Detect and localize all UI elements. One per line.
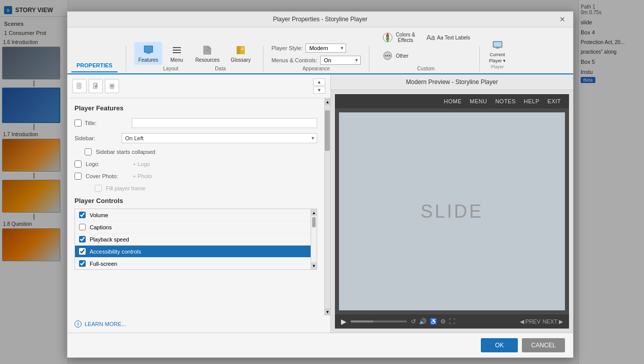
tab-properties[interactable]: PROPERTIES bbox=[71, 60, 118, 72]
nav-exit[interactable]: EXIT bbox=[548, 98, 561, 104]
colors-effects-icon bbox=[382, 31, 394, 44]
player-bottom-bar: ▶ ↺ 🔊 ♿ ⚙ bbox=[335, 314, 569, 329]
dialog-title-bar: Player Properties - Storyline Player ✕ bbox=[67, 12, 573, 27]
playback-speed-checkbox[interactable] bbox=[79, 236, 86, 242]
replay-icon[interactable]: ↺ bbox=[411, 318, 416, 325]
control-item-playback-speed[interactable]: Playback speed bbox=[75, 233, 311, 246]
menu-icon bbox=[171, 44, 183, 56]
logo-checkbox[interactable] bbox=[74, 160, 82, 168]
scroll-down-button[interactable]: ▼ bbox=[325, 308, 330, 315]
delete-item-button[interactable] bbox=[105, 79, 119, 93]
edit-item-button[interactable] bbox=[89, 79, 103, 93]
layout-section-label: Layout Data bbox=[134, 66, 255, 71]
accessibility-icon[interactable]: ♿ bbox=[430, 318, 437, 325]
features-panel: Player Features Title: Consumer Protecti… bbox=[67, 98, 324, 315]
nav-menu[interactable]: MENU bbox=[470, 98, 487, 104]
player-properties-dialog: Player Properties - Storyline Player ✕ P… bbox=[67, 11, 574, 358]
scroll-up-button[interactable]: ▲ bbox=[325, 98, 330, 105]
menu-button[interactable]: Menu bbox=[165, 42, 188, 65]
ok-button[interactable]: OK bbox=[481, 338, 518, 352]
player-style-select[interactable]: Modern Classic bbox=[306, 44, 346, 53]
captions-checkbox[interactable] bbox=[79, 224, 86, 230]
other-icon bbox=[382, 50, 394, 62]
prev-button[interactable]: ◀ PREV bbox=[520, 318, 541, 325]
fullscreen-icon[interactable]: ⛶ bbox=[449, 318, 455, 325]
svg-rect-17 bbox=[496, 48, 499, 49]
add-item-button[interactable] bbox=[72, 79, 87, 93]
controls-list: Volume Captions Playback bbox=[75, 209, 311, 269]
nav-help[interactable]: HELP bbox=[524, 98, 540, 104]
control-item-volume[interactable]: Volume bbox=[75, 209, 311, 221]
controls-scroll-up-button[interactable]: ▲ bbox=[311, 209, 317, 216]
logo-row: Logo: + Logo bbox=[74, 160, 317, 168]
edit-icon bbox=[92, 83, 99, 90]
menus-controls-select[interactable]: On Off bbox=[320, 56, 361, 65]
logo-add-label[interactable]: + Logo bbox=[133, 161, 150, 167]
player-section-label: Player bbox=[491, 64, 504, 69]
dialog-close-button[interactable]: ✕ bbox=[558, 15, 567, 24]
up-down-buttons: ▲ ▼ bbox=[313, 78, 325, 94]
move-up-button[interactable]: ▲ bbox=[313, 78, 325, 86]
text-labels-icon: Aa bbox=[426, 33, 435, 42]
glossary-button[interactable]: Glossary bbox=[226, 42, 254, 65]
control-item-fullscreen[interactable]: Full-screen bbox=[75, 258, 311, 269]
title-checkbox[interactable] bbox=[74, 119, 82, 127]
resources-button[interactable]: Resources bbox=[191, 42, 223, 65]
progress-bar[interactable] bbox=[351, 320, 407, 322]
dialog-body: ▲ ▼ Player Features Title: Cons bbox=[67, 74, 573, 333]
fullscreen-label: Full-screen bbox=[90, 261, 117, 267]
cover-photo-add-label[interactable]: + Photo bbox=[133, 173, 152, 179]
other-button[interactable]: Other bbox=[377, 48, 412, 64]
features-icon bbox=[142, 44, 155, 56]
playback-speed-label: Playback speed bbox=[90, 236, 129, 242]
scroll-handle bbox=[325, 110, 330, 151]
menus-controls-row: Menus & Controls: On Off ▼ bbox=[272, 56, 361, 65]
sidebar-collapsed-checkbox[interactable] bbox=[85, 148, 92, 155]
cancel-button[interactable]: CANCEL bbox=[522, 338, 565, 352]
nav-buttons: ◀ PREV NEXT ▶ bbox=[520, 318, 563, 325]
accessibility-checkbox[interactable] bbox=[79, 248, 86, 255]
controls-scroll-down-button[interactable]: ▼ bbox=[311, 262, 317, 269]
dialog-footer: OK CANCEL bbox=[67, 333, 573, 357]
sidebar-select[interactable]: On Left On Right Off bbox=[122, 133, 317, 143]
glossary-icon bbox=[235, 44, 247, 56]
toolbar-layout-row: Features Menu bbox=[134, 42, 255, 65]
sidebar-select-wrapper: On Left On Right Off ▼ bbox=[122, 133, 317, 143]
fill-player-checkbox[interactable] bbox=[95, 185, 102, 192]
toolbar-right-buttons: Colors & Effects Aa Aa Text Labels bbox=[377, 29, 510, 71]
left-panel-scrollbar: ▲ ▼ bbox=[324, 98, 330, 315]
sidebar-label: Sidebar: bbox=[74, 135, 118, 141]
title-input[interactable]: Consumer Protection Act, 2019 bbox=[132, 118, 317, 128]
next-button[interactable]: NEXT ▶ bbox=[543, 318, 563, 325]
slide-placeholder-text: SLIDE bbox=[421, 201, 483, 222]
nav-home[interactable]: HOME bbox=[444, 98, 462, 104]
separator-4 bbox=[479, 46, 480, 71]
play-button[interactable]: ▶ bbox=[341, 317, 347, 326]
other-label: Other bbox=[396, 53, 408, 59]
dialog-title-text: Player Properties - Storyline Player bbox=[83, 16, 558, 23]
settings-icon[interactable]: ⚙ bbox=[440, 318, 446, 325]
panel-toolbar: ▲ ▼ bbox=[67, 74, 330, 98]
appearance-label: Appearance bbox=[272, 66, 361, 71]
title-form-row: Title: Consumer Protection Act, 2019 bbox=[74, 118, 317, 128]
cover-photo-checkbox[interactable] bbox=[74, 173, 82, 180]
volume-icon[interactable]: 🔊 bbox=[419, 318, 427, 325]
text-labels-button[interactable]: Aa Aa Text Labels bbox=[422, 31, 474, 44]
features-button[interactable]: Features bbox=[134, 42, 162, 65]
control-item-captions[interactable]: Captions bbox=[75, 221, 311, 233]
toolbar-appearance-section: Player Style: Modern Classic ▼ Menus & C… bbox=[272, 44, 361, 71]
svg-rect-4 bbox=[173, 50, 181, 51]
colors-effects-button[interactable]: Colors & Effects bbox=[377, 29, 419, 46]
menus-controls-select-wrapper: On Off ▼ bbox=[320, 56, 361, 65]
volume-checkbox[interactable] bbox=[79, 212, 86, 218]
nav-notes[interactable]: NOTES bbox=[495, 98, 515, 104]
control-item-accessibility[interactable]: Accessibility controls bbox=[75, 246, 311, 258]
current-player-button[interactable]: Current Player ▾ Player bbox=[485, 37, 510, 71]
learn-more-link[interactable]: i LEARN MORE... bbox=[67, 315, 330, 333]
player-top-nav: HOME MENU NOTES HELP EXIT bbox=[335, 94, 569, 108]
text-labels-label: Aa Text Labels bbox=[437, 35, 470, 41]
resources-icon bbox=[201, 44, 213, 56]
move-down-button[interactable]: ▼ bbox=[313, 87, 325, 94]
fullscreen-checkbox[interactable] bbox=[79, 260, 86, 267]
info-icon: i bbox=[74, 320, 82, 328]
